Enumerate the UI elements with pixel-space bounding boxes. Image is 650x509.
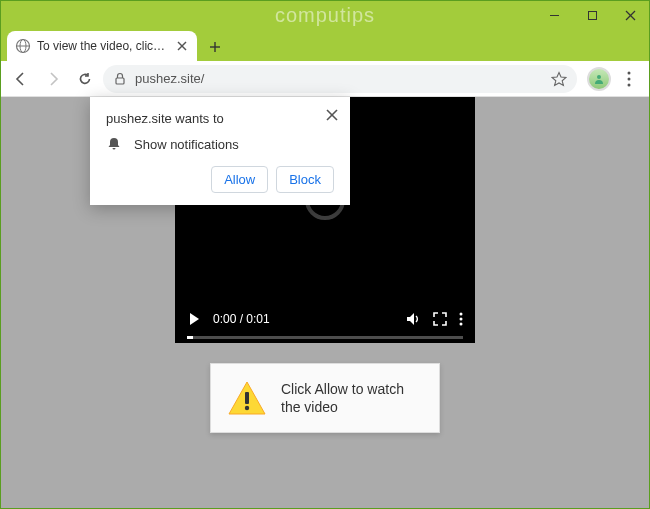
browser-toolbar: pushez.site/ bbox=[1, 61, 649, 97]
svg-point-17 bbox=[460, 313, 463, 316]
window-controls bbox=[535, 1, 649, 29]
svg-point-12 bbox=[597, 75, 601, 79]
svg-rect-20 bbox=[245, 392, 249, 404]
page-content: 0:00 / 0:01 Click Allow to watch the vid… bbox=[1, 97, 649, 509]
new-tab-button[interactable] bbox=[201, 33, 229, 61]
svg-point-18 bbox=[460, 318, 463, 321]
svg-rect-1 bbox=[588, 11, 596, 19]
globe-icon bbox=[15, 38, 31, 54]
profile-avatar[interactable] bbox=[587, 67, 611, 91]
menu-button[interactable] bbox=[615, 65, 643, 93]
close-window-button[interactable] bbox=[611, 1, 649, 29]
close-tab-icon[interactable] bbox=[175, 39, 189, 53]
browser-tab[interactable]: To view the video, click the Allow bbox=[7, 31, 197, 61]
video-menu-button[interactable] bbox=[459, 312, 463, 326]
minimize-button[interactable] bbox=[535, 1, 573, 29]
svg-point-14 bbox=[628, 77, 631, 80]
bookmark-star-icon[interactable] bbox=[551, 71, 567, 87]
svg-rect-11 bbox=[116, 78, 124, 84]
window-title-bar: computips bbox=[1, 1, 649, 29]
popup-actions: Allow Block bbox=[106, 166, 334, 193]
permission-row: Show notifications bbox=[106, 136, 334, 152]
video-time: 0:00 / 0:01 bbox=[213, 312, 270, 326]
allow-instruction-text: Click Allow to watch the video bbox=[281, 380, 423, 416]
lock-icon bbox=[113, 72, 127, 86]
svg-point-19 bbox=[460, 323, 463, 326]
tab-title: To view the video, click the Allow bbox=[37, 39, 169, 53]
forward-button[interactable] bbox=[39, 65, 67, 93]
svg-point-13 bbox=[628, 71, 631, 74]
reload-button[interactable] bbox=[71, 65, 99, 93]
close-popup-button[interactable] bbox=[324, 107, 340, 123]
permission-label: Show notifications bbox=[134, 137, 239, 152]
block-button[interactable]: Block bbox=[276, 166, 334, 193]
notification-permission-popup: pushez.site wants to Show notifications … bbox=[90, 97, 350, 205]
play-button[interactable] bbox=[187, 312, 201, 326]
allow-button[interactable]: Allow bbox=[211, 166, 268, 193]
warning-icon bbox=[227, 378, 267, 418]
volume-button[interactable] bbox=[405, 311, 421, 327]
bell-icon bbox=[106, 136, 122, 152]
video-progress-track[interactable] bbox=[187, 336, 463, 339]
maximize-button[interactable] bbox=[573, 1, 611, 29]
watermark-text: computips bbox=[275, 4, 375, 27]
notification-prompt-text: pushez.site wants to bbox=[106, 111, 334, 126]
tab-strip: To view the video, click the Allow bbox=[1, 29, 649, 61]
allow-instruction-card: Click Allow to watch the video bbox=[210, 363, 440, 433]
address-bar[interactable]: pushez.site/ bbox=[103, 65, 577, 93]
svg-point-21 bbox=[245, 406, 249, 410]
fullscreen-button[interactable] bbox=[433, 312, 447, 326]
svg-point-15 bbox=[628, 83, 631, 86]
url-text: pushez.site/ bbox=[135, 71, 543, 86]
back-button[interactable] bbox=[7, 65, 35, 93]
video-progress-fill bbox=[187, 336, 193, 339]
